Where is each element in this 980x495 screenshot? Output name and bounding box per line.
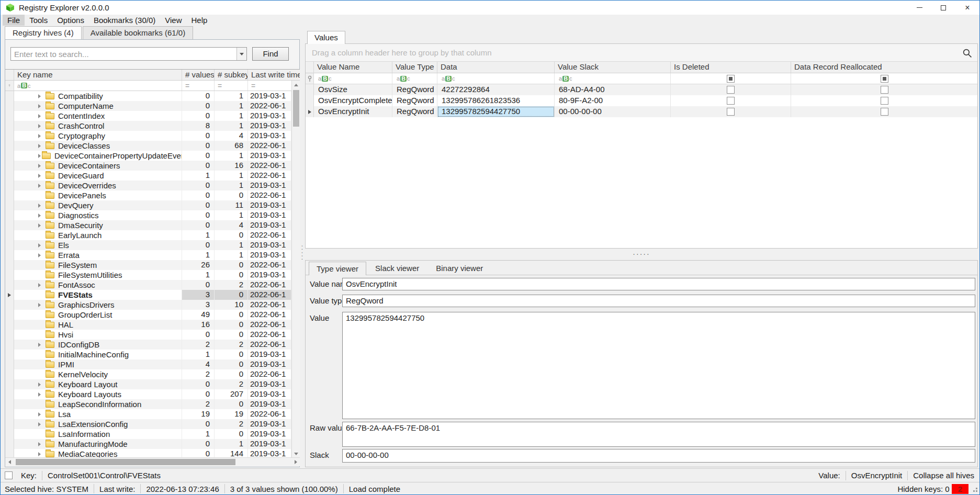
main-tab[interactable]: Registry hives (4)	[5, 26, 82, 39]
vertical-scroll-thumb[interactable]	[293, 90, 299, 127]
menu-item[interactable]: Options	[52, 15, 89, 26]
value-row[interactable]: OsvSize RegQword 42272292864 68-AD-A4-00	[306, 84, 977, 95]
tree-row[interactable]: LsaExtensionConfig 0 2 2019-03-1	[5, 419, 291, 429]
is-deleted-cell[interactable]	[671, 95, 791, 106]
expand-arrow-icon[interactable]	[38, 114, 44, 118]
tree-row[interactable]: DeviceContainers 0 16 2022-06-1	[5, 161, 291, 171]
expand-arrow-icon[interactable]	[38, 104, 44, 108]
resize-grip[interactable]	[971, 485, 978, 492]
expand-arrow-icon[interactable]	[38, 144, 44, 148]
tree-filter-num-values[interactable]: =	[182, 81, 215, 91]
data-record-reallocated-cell[interactable]	[791, 84, 977, 95]
values-header-is-deleted[interactable]: Is Deleted	[671, 62, 791, 73]
tree-vertical-scrollbar[interactable]	[291, 81, 300, 457]
tree-row[interactable]: LeapSecondInformation 2 0 2019-03-1	[5, 399, 291, 409]
viewer-tab[interactable]: Slack viewer	[367, 261, 427, 275]
key-name-cell[interactable]: DeviceGuard	[14, 171, 182, 181]
checkbox-unchecked[interactable]	[881, 108, 888, 116]
indeterminate-checkbox[interactable]	[881, 75, 888, 83]
find-button[interactable]: Find	[252, 47, 289, 61]
value-slack-cell[interactable]: 00-00-00-00	[555, 106, 671, 117]
tree-row[interactable]: Compatibility 0 1 2019-03-1	[5, 91, 291, 101]
expand-arrow-icon[interactable]	[38, 223, 44, 228]
grid-search-button[interactable]	[962, 48, 972, 60]
expand-arrow-icon[interactable]	[38, 383, 44, 387]
menu-item[interactable]: File	[3, 15, 25, 26]
values-filter-value-name[interactable]: aBc	[314, 73, 392, 84]
checkbox-unchecked[interactable]	[881, 97, 888, 105]
tree-row[interactable]: EarlyLaunch 1 0 2022-06-1	[5, 230, 291, 240]
scroll-right-button[interactable]	[291, 458, 300, 466]
key-name-cell[interactable]: DevicePanels	[14, 190, 182, 200]
tree-row[interactable]: DeviceOverrides 0 1 2019-03-1	[5, 181, 291, 190]
value-slack-cell[interactable]: 68-AD-A4-00	[555, 84, 671, 95]
key-name-cell[interactable]: Compatibility	[14, 91, 182, 101]
value-name-box[interactable]: OsvEncryptInit	[342, 278, 975, 290]
viewer-splitter[interactable]: ·····	[305, 249, 978, 259]
tree-header-last-write[interactable]: Last write time	[248, 70, 300, 80]
horizontal-scroll-thumb[interactable]	[16, 459, 235, 465]
main-tab[interactable]: Available bookmarks (61/0)	[83, 26, 193, 39]
tree-row[interactable]: ManufacturingMode 0 1 2019-03-1	[5, 439, 291, 449]
tab-values[interactable]: Values	[307, 31, 345, 44]
key-name-cell[interactable]: ManufacturingMode	[14, 439, 182, 449]
minimize-button[interactable]	[907, 1, 931, 15]
values-filter-value-slack[interactable]: aBc	[555, 73, 671, 84]
viewer-tab[interactable]: Type viewer	[309, 262, 366, 275]
tree-row[interactable]: Els 0 1 2019-03-1	[5, 240, 291, 250]
menu-item[interactable]: Help	[187, 15, 212, 26]
status-checkbox[interactable]	[5, 471, 13, 479]
key-name-cell[interactable]: InitialMachineConfig	[14, 350, 182, 359]
close-button[interactable]: ×	[955, 1, 979, 15]
tree-row[interactable]: DeviceGuard 1 1 2022-06-1	[5, 171, 291, 181]
key-name-cell[interactable]: GraphicsDrivers	[14, 300, 182, 310]
key-name-cell[interactable]: ComputerName	[14, 101, 182, 111]
key-name-cell[interactable]: Keyboard Layouts	[14, 389, 182, 399]
expand-arrow-icon[interactable]	[38, 184, 44, 188]
tree-row[interactable]: FileSystem 26 0 2022-06-1	[5, 260, 291, 270]
key-name-cell[interactable]: FontAssoc	[14, 280, 182, 290]
values-filter-value-type[interactable]: aBc	[392, 73, 437, 84]
data-cell[interactable]: 132995782594427750	[437, 106, 555, 117]
key-name-cell[interactable]: Errata	[14, 250, 182, 260]
values-header-data-record-reallocated[interactable]: Data Record Reallocated	[791, 62, 977, 73]
is-deleted-cell[interactable]	[671, 106, 791, 117]
value-type-box[interactable]: RegQword	[342, 295, 975, 307]
tree-filter-key-name[interactable]: aBc	[14, 81, 182, 91]
values-filter-data[interactable]: aBc	[437, 73, 555, 84]
tree-row[interactable]: HAL 16 0 2022-06-1	[5, 320, 291, 330]
menu-item[interactable]: View	[160, 15, 186, 26]
scroll-down-button[interactable]	[292, 449, 300, 457]
key-name-cell[interactable]: FileSystemUtilities	[14, 270, 182, 280]
value-type-cell[interactable]: RegQword	[392, 95, 437, 106]
value-box[interactable]: 132995782594427750	[342, 312, 975, 419]
data-record-reallocated-cell[interactable]	[791, 106, 977, 117]
key-name-cell[interactable]: CrashControl	[14, 121, 182, 131]
viewer-tab[interactable]: Binary viewer	[428, 261, 491, 275]
expand-arrow-icon[interactable]	[38, 124, 44, 128]
expand-arrow-icon[interactable]	[38, 392, 44, 397]
raw-value-box[interactable]: 66-7B-2A-AA-F5-7E-D8-01	[342, 422, 975, 447]
tree-row[interactable]: MediaCategories 0 144 2019-03-1	[5, 449, 291, 457]
checkbox-unchecked[interactable]	[727, 108, 735, 116]
expand-arrow-icon[interactable]	[38, 154, 41, 158]
values-filter-data-record-reallocated[interactable]	[791, 73, 977, 84]
value-type-cell[interactable]: RegQword	[392, 106, 437, 117]
tree-filter-num-subkeys[interactable]: =	[215, 81, 248, 91]
tree-header-num-values[interactable]: # values	[182, 70, 215, 80]
key-name-cell[interactable]: Keyboard Layout	[14, 379, 182, 389]
key-name-cell[interactable]: Diagnostics	[14, 210, 182, 220]
tree-row[interactable]: ComputerName 0 1 2022-06-1	[5, 101, 291, 111]
is-deleted-cell[interactable]	[671, 84, 791, 95]
tree-row[interactable]: ContentIndex 0 1 2019-03-1	[5, 111, 291, 121]
tree-row[interactable]: FVEStats 3 0 2022-06-1	[5, 290, 291, 300]
value-slack-cell[interactable]: 80-9F-A2-00	[555, 95, 671, 106]
search-dropdown-button[interactable]	[236, 48, 246, 60]
tree-row[interactable]: GraphicsDrivers 3 10 2022-06-1	[5, 300, 291, 310]
scroll-left-button[interactable]	[5, 458, 14, 466]
key-name-cell[interactable]: DeviceContainerPropertyUpdateEvents	[14, 151, 182, 161]
tree-row[interactable]: KernelVelocity 2 0 2022-06-1	[5, 369, 291, 379]
key-name-cell[interactable]: Hvsi	[14, 330, 182, 340]
tree-filter-last-write[interactable]: =	[248, 81, 291, 91]
value-row[interactable]: OsvEncryptComplete RegQword 132995786261…	[306, 95, 977, 106]
